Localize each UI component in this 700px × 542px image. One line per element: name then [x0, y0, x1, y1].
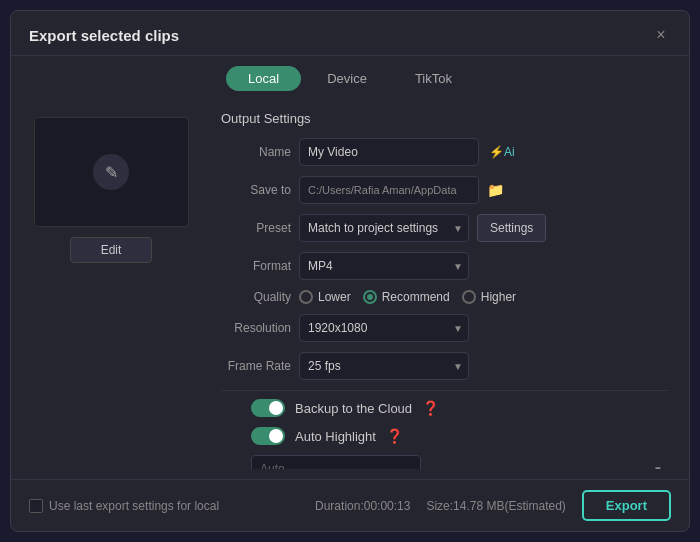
cloud-backup-toggle[interactable] — [251, 399, 285, 417]
modal-footer: Use last export settings for local Durat… — [11, 479, 689, 531]
auto-highlight-toggle[interactable] — [251, 427, 285, 445]
resolution-row: Resolution 1920x1080 ▼ — [221, 314, 669, 342]
preset-select-wrapper: Match to project settings ▼ — [299, 214, 469, 242]
auto-highlight-row: Auto Highlight ❓ — [221, 427, 669, 445]
auto-select-wrapper: Auto ▼ — [251, 455, 669, 469]
use-last-settings-checkbox-wrapper[interactable]: Use last export settings for local — [29, 499, 219, 513]
quality-recommend-option[interactable]: Recommend — [363, 290, 450, 304]
quality-recommend-radio[interactable] — [363, 290, 377, 304]
cloud-backup-row: Backup to the Cloud ❓ — [221, 399, 669, 417]
tab-bar: Local Device TikTok — [11, 56, 689, 97]
format-select[interactable]: MP4 — [299, 252, 469, 280]
quality-lower-label: Lower — [318, 290, 351, 304]
format-select-wrapper: MP4 ▼ — [299, 252, 469, 280]
export-modal: Export selected clips × Local Device Tik… — [10, 10, 690, 532]
quality-higher-label: Higher — [481, 290, 516, 304]
edit-button[interactable]: Edit — [70, 237, 153, 263]
preview-thumbnail: ✎ — [34, 117, 189, 227]
export-button[interactable]: Export — [582, 490, 671, 521]
quality-row: Quality Lower Recommend Higher — [221, 290, 669, 304]
quality-higher-option[interactable]: Higher — [462, 290, 516, 304]
quality-recommend-label: Recommend — [382, 290, 450, 304]
cloud-help-icon[interactable]: ❓ — [422, 400, 439, 416]
name-row: Name ⚡Ai — [221, 138, 669, 166]
resolution-label: Resolution — [221, 321, 291, 335]
tab-local[interactable]: Local — [226, 66, 301, 91]
output-settings-title: Output Settings — [221, 111, 669, 126]
modal-body: ✎ Edit Output Settings Name ⚡Ai Save to … — [11, 97, 689, 479]
highlight-help-icon[interactable]: ❓ — [386, 428, 403, 444]
quality-label: Quality — [221, 290, 291, 304]
modal-header: Export selected clips × — [11, 11, 689, 56]
preview-section: ✎ Edit — [11, 107, 211, 469]
auto-chevron-icon: ▼ — [653, 464, 663, 470]
format-row: Format MP4 ▼ — [221, 252, 669, 280]
quality-higher-radio[interactable] — [462, 290, 476, 304]
cloud-backup-label: Backup to the Cloud — [295, 401, 412, 416]
name-label: Name — [221, 145, 291, 159]
auto-select[interactable]: Auto — [251, 455, 421, 469]
settings-section: Output Settings Name ⚡Ai Save to C:/User… — [211, 107, 689, 469]
modal-title: Export selected clips — [29, 27, 179, 44]
save-to-label: Save to — [221, 183, 291, 197]
quality-radio-group: Lower Recommend Higher — [299, 290, 516, 304]
auto-highlight-label: Auto Highlight — [295, 429, 376, 444]
auto-select-container: Auto ▼ — [251, 455, 669, 469]
use-last-settings-checkbox[interactable] — [29, 499, 43, 513]
framerate-row: Frame Rate 25 fps ▼ — [221, 352, 669, 380]
name-input[interactable] — [299, 138, 479, 166]
footer-left: Use last export settings for local — [29, 499, 219, 513]
quality-lower-radio[interactable] — [299, 290, 313, 304]
preset-row: Preset Match to project settings ▼ Setti… — [221, 214, 669, 242]
tab-tiktok[interactable]: TikTok — [393, 66, 474, 91]
tab-device[interactable]: Device — [305, 66, 389, 91]
use-last-settings-label: Use last export settings for local — [49, 499, 219, 513]
settings-button[interactable]: Settings — [477, 214, 546, 242]
framerate-select-wrapper: 25 fps ▼ — [299, 352, 469, 380]
duration-info: Duration:00:00:13 — [315, 499, 410, 513]
divider-1 — [221, 390, 669, 391]
save-path-input[interactable]: C:/Users/Rafia Aman/AppData — [299, 176, 479, 204]
size-info: Size:14.78 MB(Estimated) — [426, 499, 565, 513]
preset-select[interactable]: Match to project settings — [299, 214, 469, 242]
resolution-select-wrapper: 1920x1080 ▼ — [299, 314, 469, 342]
save-to-row: Save to C:/Users/Rafia Aman/AppData 📁 — [221, 176, 669, 204]
pencil-icon: ✎ — [93, 154, 129, 190]
preset-label: Preset — [221, 221, 291, 235]
resolution-select[interactable]: 1920x1080 — [299, 314, 469, 342]
framerate-select[interactable]: 25 fps — [299, 352, 469, 380]
close-button[interactable]: × — [651, 25, 671, 45]
ai-icon[interactable]: ⚡Ai — [489, 145, 515, 159]
folder-icon[interactable]: 📁 — [487, 182, 504, 198]
format-label: Format — [221, 259, 291, 273]
footer-center: Duration:00:00:13 Size:14.78 MB(Estimate… — [315, 490, 671, 521]
framerate-label: Frame Rate — [221, 359, 291, 373]
quality-lower-option[interactable]: Lower — [299, 290, 351, 304]
